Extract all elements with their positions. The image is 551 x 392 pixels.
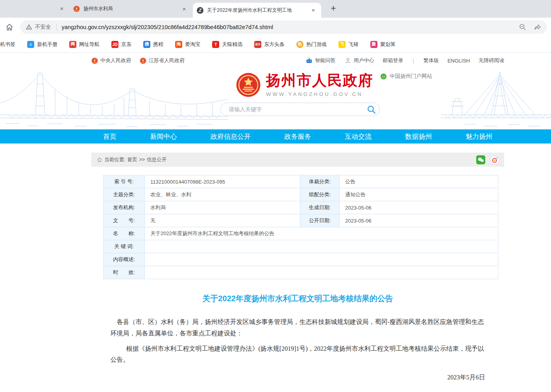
meta-label-cell: 关 键 词: (104, 240, 145, 253)
link-traditional[interactable]: 繁体版 (423, 57, 439, 64)
address-bar[interactable]: 不安全 yangzhou.gov.cn/yzszxxgk/slj/202305/… (20, 20, 547, 34)
header-art-right (441, 68, 551, 129)
meta-value-cell: 水利局 (145, 201, 300, 214)
tab-title: 关于2022年度扬州市水利工程文明工地 (207, 7, 306, 14)
bookmark-label: 飞猪 (348, 41, 359, 48)
site-title: 扬州市人民政府 (266, 73, 373, 89)
gov-emblem-icon (140, 57, 146, 64)
nav-item-news[interactable]: 新闻中心 (150, 132, 177, 141)
search-icon (366, 105, 376, 114)
bookmark-favicon: 淘 (175, 41, 182, 48)
warning-icon (26, 24, 32, 30)
main-nav: 首页 新闻中心 政府信息公开 政务服务 互动交流 数据扬州 魅力扬州 (0, 129, 551, 144)
zoom-out-icon[interactable] (519, 23, 527, 31)
link-accessibility[interactable]: 无障碍阅读 (479, 57, 504, 64)
article-paragraph: 各县（市、区）水利（务）局，扬州经济开发区城乡事务管理局，生态科技新城规划建设局… (111, 317, 485, 339)
site-search (220, 103, 380, 116)
nav-item-charm[interactable]: 魅力扬州 (466, 132, 492, 141)
bookmark-item[interactable]: 飞 飞猪 (338, 41, 359, 48)
link-smart-qa[interactable]: 智能问答 (305, 57, 336, 64)
link-label: ENGLISH (447, 58, 470, 64)
link-user-center[interactable]: 用户中心 (344, 57, 374, 64)
table-row: 内容概述: (104, 253, 498, 266)
site-favicon: Z (197, 7, 203, 14)
meta-value-cell: 无 (145, 214, 300, 227)
tab-active-article[interactable]: Z 关于2022年度扬州市水利工程文明工地 × (193, 3, 321, 18)
bookmark-favicon: T (212, 41, 219, 48)
nav-item-home[interactable]: 首页 (103, 132, 116, 141)
bookmark-label: 携程 (153, 41, 163, 48)
search-input[interactable] (228, 106, 366, 113)
meta-value-cell: 2023-05-06 (340, 214, 498, 227)
close-tab-icon[interactable]: × (58, 5, 66, 13)
table-row: 索 引 号: 11321000014407098E-2023-095 体裁分类:… (104, 175, 498, 188)
bookmark-favicon: 东方 (254, 41, 261, 48)
meta-value-cell (145, 240, 498, 253)
search-button[interactable] (366, 105, 376, 114)
gov-utility-bar: 中央人民政府 江苏省人民政府 智能问答 (0, 53, 551, 68)
meta-value-cell: 公告 (340, 175, 498, 188)
link-central-gov[interactable]: 中央人民政府 (91, 57, 131, 64)
bookmark-label: 东方头条 (264, 41, 285, 48)
bookmark-item[interactable]: 淘 爱淘宝 (175, 41, 200, 48)
share-icon[interactable] (534, 23, 542, 31)
nav-item-interaction[interactable]: 互动交流 (345, 132, 372, 141)
meta-label-cell: 公开日期: (300, 214, 340, 227)
link-label: 繁体版 (423, 57, 439, 64)
site-url: WWW.YANGZHOU.GOV.CN (266, 91, 373, 97)
divider (56, 24, 57, 31)
close-tab-icon[interactable]: × (309, 6, 317, 14)
bookmark-item[interactable]: 携 携程 (143, 41, 163, 48)
table-row: 时 效: (104, 266, 498, 279)
bookmark-label: 爱淘宝 (185, 41, 200, 48)
close-tab-icon[interactable]: × (180, 5, 188, 13)
bookmark-item[interactable]: 东方 东方头条 (254, 41, 285, 48)
article-title: 关于2022年度扬州市水利工程文明工地考核结果的公告 (91, 293, 504, 304)
tab-title: 扬州市水利局 (83, 6, 177, 12)
breadcrumb-home-link[interactable]: 首页 (127, 156, 137, 163)
nav-item-info-disclosure[interactable]: 政府信息公开 (211, 132, 251, 141)
bookmark-item[interactable]: 聚 聚划算 (370, 41, 396, 48)
table-row: 主题分类: 农业、林业、水利 组配分类: 通知公告 (104, 188, 498, 201)
site-logo[interactable]: 扬州市人民政府 WWW.YANGZHOU.GOV.CN (236, 72, 373, 98)
home-icon (97, 157, 102, 162)
bookmark-item[interactable]: 热 热门游戏 (296, 41, 327, 48)
url-text[interactable]: yangzhou.gov.cn/yzszxxgk/slj/202305/210c… (62, 24, 273, 30)
user-icon (344, 57, 351, 64)
home-icon[interactable] (5, 23, 14, 31)
table-row: 关 键 词: (104, 240, 498, 253)
bookmark-item[interactable]: JD 京东 (111, 41, 131, 48)
link-english[interactable]: ENGLISH (447, 58, 470, 64)
nav-item-services[interactable]: 政务服务 (285, 132, 311, 141)
breadcrumb-current-link[interactable]: 信息公开 (147, 156, 166, 163)
bookmark-item[interactable]: T 天猫精选 (212, 41, 242, 48)
security-label: 不安全 (35, 24, 51, 31)
link-mail-login[interactable]: 邮箱登录 (383, 57, 403, 64)
bookmark-label: 京东 (121, 41, 131, 48)
nav-item-data[interactable]: 数据扬州 (405, 132, 432, 141)
meta-label-cell: 发布机构: (104, 201, 145, 214)
bookmark-item[interactable]: 机书签 (0, 41, 15, 48)
article-paragraph: 根据《扬州市水利工程文明工地建设管理办法》(扬水规[2019]1号)，2022年… (111, 343, 485, 366)
meta-label-cell: 组配分类: (300, 188, 340, 201)
meta-label-cell: 索 引 号: (104, 175, 145, 188)
portal-link[interactable]: 中国扬州门户网站 (380, 73, 432, 80)
bookmark-item[interactable]: ≡ 新机手册 (27, 41, 57, 48)
link-jiangsu-gov[interactable]: 江苏省人民政府 (140, 57, 185, 64)
new-tab-button[interactable]: + (328, 3, 339, 14)
meta-label-cell: 主题分类: (104, 188, 145, 201)
meta-value-cell: 通知公告 (340, 188, 498, 201)
bookmark-favicon: 热 (296, 41, 303, 48)
tab-shuiliju[interactable]: 扬州市水利局 × (69, 0, 192, 18)
gov-emblem-icon (91, 57, 98, 64)
bookmark-item[interactable]: 网 网址导航 (69, 41, 100, 48)
bookmark-favicon: 飞 (338, 41, 346, 48)
breadcrumb-separator: >> (139, 157, 145, 162)
meta-label-cell: 时 效: (104, 266, 145, 279)
robot-icon (305, 57, 313, 64)
weibo-share-icon[interactable] (490, 155, 499, 164)
bookmark-label: 新机手册 (37, 41, 57, 48)
portal-label: 中国扬州门户网站 (390, 73, 432, 80)
wechat-share-icon[interactable] (476, 155, 485, 164)
link-label: 邮箱登录 (383, 57, 403, 64)
